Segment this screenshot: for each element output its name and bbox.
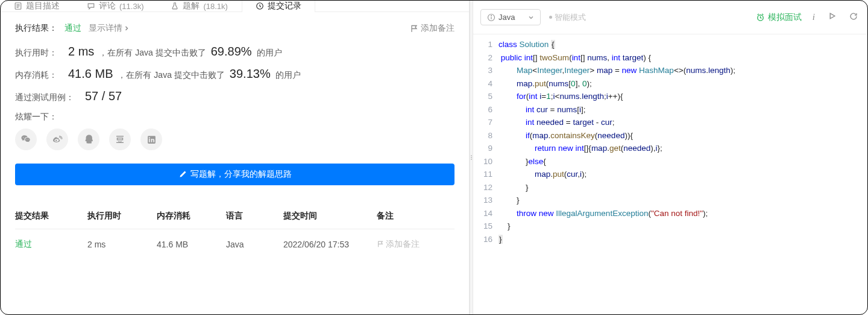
dot-icon — [549, 16, 552, 19]
pencil-icon — [178, 170, 187, 179]
testcases-value: 57 / 57 — [85, 89, 122, 103]
th-memory[interactable]: 内存消耗 — [157, 203, 226, 229]
douban-icon — [115, 134, 125, 145]
svg-point-7 — [491, 15, 492, 16]
result-label: 执行结果： — [15, 23, 57, 34]
memory-value: 41.6 MB — [68, 67, 113, 81]
add-note-button[interactable]: 添加备注 — [410, 23, 454, 34]
cell-time: 2022/06/20 17:53 — [283, 229, 377, 260]
play-icon — [828, 12, 836, 20]
code-editor[interactable]: 12345678910111213141516 class Solution {… — [473, 34, 867, 314]
testcases-label: 通过测试用例： — [15, 92, 74, 103]
memory-row: 内存消耗： 41.6 MB ，在所有 Java 提交中击败了 39.13% 的用… — [15, 67, 454, 81]
document-icon — [14, 2, 22, 10]
wechat-icon — [20, 134, 31, 145]
linkedin-icon — [146, 135, 157, 145]
tab-count: (18.1k) — [203, 2, 227, 11]
submissions-table: 提交结果 执行用时 内存消耗 语言 提交时间 备注 通过 2 ms 41.6 M… — [15, 203, 454, 259]
chevron-right-icon — [124, 25, 130, 31]
th-note[interactable]: 备注 — [377, 203, 454, 229]
line-numbers: 12345678910111213141516 — [473, 34, 498, 314]
testcases-row: 通过测试用例： 57 / 57 — [15, 89, 454, 103]
cell-runtime: 2 ms — [87, 229, 157, 260]
run-button[interactable] — [826, 10, 838, 25]
smart-mode[interactable]: 智能模式 — [549, 12, 586, 23]
chevron-down-icon — [528, 14, 534, 21]
th-time[interactable]: 提交时间 — [283, 203, 377, 229]
tab-label: 提交记录 — [268, 1, 301, 11]
tab-submissions[interactable]: 提交记录 — [242, 1, 315, 11]
tab-count: (11.3k) — [119, 2, 143, 11]
memory-label: 内存消耗： — [15, 70, 57, 81]
share-douban[interactable] — [109, 129, 131, 150]
flag-icon — [410, 24, 418, 33]
code-content[interactable]: class Solution { public int[] twoSum(int… — [498, 34, 867, 314]
tab-label: 题目描述 — [26, 1, 60, 11]
mock-interview-button[interactable]: 模拟面试 — [756, 12, 802, 23]
share-weibo[interactable] — [46, 129, 68, 150]
tab-solutions[interactable]: 题解 (18.1k) — [157, 1, 241, 11]
memory-percentile: 39.13% — [230, 67, 271, 81]
flask-icon — [171, 2, 179, 10]
refresh-icon — [849, 12, 858, 21]
qq-icon — [83, 134, 94, 145]
tab-comments[interactable]: 评论 (11.3k) — [74, 1, 157, 11]
runtime-percentile: 69.89% — [211, 45, 252, 59]
th-language[interactable]: 语言 — [226, 203, 283, 229]
tab-label: 题解 — [183, 1, 200, 11]
share-linkedin[interactable] — [140, 129, 162, 150]
table-row[interactable]: 通过 2 ms 41.6 MB Java 2022/06/20 17:53 添加… — [15, 229, 454, 260]
cell-memory: 41.6 MB — [157, 229, 226, 260]
share-qq[interactable] — [78, 129, 99, 150]
tab-label: 评论 — [99, 1, 116, 11]
comment-icon — [87, 2, 95, 10]
runtime-row: 执行用时： 2 ms ，在所有 Java 提交中击败了 69.89% 的用户 — [15, 45, 454, 59]
info-button[interactable]: i — [810, 10, 817, 25]
th-status[interactable]: 提交结果 — [15, 203, 87, 229]
result-status: 通过 — [64, 23, 81, 34]
info-icon — [487, 13, 495, 22]
history-icon — [256, 2, 264, 10]
runtime-label: 执行用时： — [15, 48, 57, 59]
write-solution-button[interactable]: 写题解，分享我的解题思路 — [15, 164, 454, 185]
runtime-value: 2 ms — [68, 45, 94, 59]
tab-description[interactable]: 题目描述 — [1, 1, 74, 11]
weibo-icon — [52, 134, 63, 145]
show-detail-link[interactable]: 显示详情 — [89, 23, 130, 34]
share-label: 炫耀一下： — [15, 112, 454, 122]
clock-icon — [756, 13, 765, 22]
share-wechat[interactable] — [15, 129, 37, 150]
cell-status: 通过 — [15, 229, 87, 260]
language-selector[interactable]: Java — [480, 9, 541, 25]
cell-language: Java — [226, 229, 283, 260]
reset-button[interactable] — [847, 10, 860, 25]
cell-note[interactable]: 添加备注 — [377, 229, 454, 260]
tabs-bar: 题目描述 评论 (11.3k) 题解 (18.1k) 提交记录 — [1, 1, 469, 12]
th-runtime[interactable]: 执行用时 — [87, 203, 157, 229]
flag-icon — [377, 240, 384, 247]
